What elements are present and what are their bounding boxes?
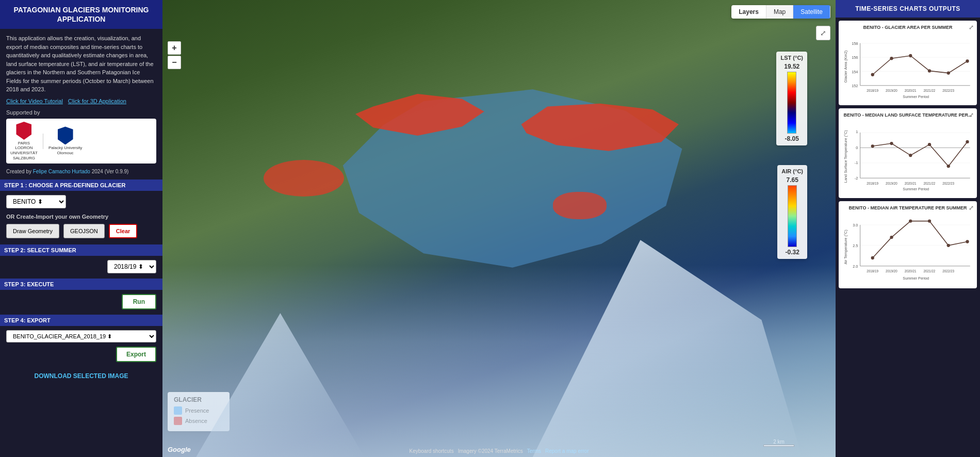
chart-air: ⤢ BENITO - MEDIAN AIR TEMPERATURE PER SU…	[839, 201, 977, 288]
logo-salzburg-text3: UNIVERSITÄT	[10, 151, 38, 156]
air-colorbar	[788, 185, 797, 247]
svg-text:-2: -2	[855, 176, 858, 181]
svg-text:2.0: 2.0	[853, 264, 858, 268]
svg-point-33	[966, 140, 969, 143]
svg-text:2018/19: 2018/19	[867, 89, 878, 92]
app-title-line1: PATAGONIAN GLACIERS MONITORING	[14, 6, 149, 14]
svg-text:0: 0	[856, 145, 858, 150]
lst-value-bottom: -8.05	[785, 135, 799, 142]
svg-text:2019/20: 2019/20	[886, 182, 897, 185]
keyboard-shortcuts-link[interactable]: Keyboard shortcuts	[409, 448, 453, 454]
svg-point-54	[966, 240, 969, 243]
salzburg-shield-icon	[16, 122, 31, 140]
draw-geometry-button[interactable]: Draw Geometry	[6, 224, 59, 238]
svg-point-31	[928, 143, 931, 146]
svg-text:2019/20: 2019/20	[886, 89, 897, 92]
svg-text:2019/20: 2019/20	[886, 269, 897, 273]
map-tab[interactable]: Map	[766, 5, 793, 19]
svg-point-29	[890, 142, 893, 145]
geojson-button[interactable]: GEOJSON	[63, 224, 105, 238]
layers-control: Layers Map Satellite	[731, 5, 830, 19]
svg-text:2021/22: 2021/22	[924, 89, 936, 92]
svg-text:2021/22: 2021/22	[924, 269, 936, 273]
zoom-in-button[interactable]: +	[168, 41, 181, 55]
3d-application-link[interactable]: Click for 3D Application	[68, 98, 126, 104]
svg-text:2018/19: 2018/19	[867, 269, 878, 273]
layers-button[interactable]: Layers	[731, 5, 766, 19]
chart1-point2	[890, 57, 893, 60]
download-link[interactable]: DOWNLOAD SELECTED IMAGE	[6, 368, 156, 384]
summer-select[interactable]: 2018/19 ⬍ 2019/20 2020/21 2021/22 2022/2…	[107, 260, 156, 273]
svg-point-50	[890, 236, 893, 239]
step2-header: STEP 2: SELECT SUMMER	[0, 244, 162, 256]
chart1-y-label: Glacier Area (Km2)	[843, 51, 848, 83]
app-description: This application allows the creation, vi…	[6, 34, 156, 94]
air-title: AIR (°C)	[781, 168, 803, 174]
svg-text:2021/22: 2021/22	[924, 182, 936, 185]
chart1-point6	[966, 59, 969, 62]
chart1-point4	[928, 69, 931, 72]
svg-point-51	[909, 219, 912, 222]
logo-salzburg-text2: LODRON	[15, 145, 32, 151]
app-title-line2: APPLICATION	[57, 15, 106, 23]
logo-palacky: Palacký University Olomouc	[48, 126, 82, 155]
svg-text:152: 152	[852, 84, 858, 88]
export-select[interactable]: BENITO_GLACIER_AREA_2018_19 ⬍ BENITO_LST…	[6, 330, 156, 342]
export-row: Export	[6, 347, 156, 362]
charts-panel-title: TIME-SERIES CHARTS OUTPUTS	[836, 0, 980, 18]
map-container[interactable]: + − Layers Map Satellite ⤢ LST (°C) 19.5…	[162, 0, 836, 457]
google-attribution: Google	[168, 445, 191, 454]
chart2-svg: Land Surface Temperature (°C) -2 -1 0 1	[843, 121, 973, 192]
svg-text:156: 156	[852, 55, 858, 60]
map-satellite	[162, 0, 836, 457]
chart3-expand-icon[interactable]: ⤢	[969, 204, 974, 211]
version-text: 2024 (Ver 0.9.9)	[92, 169, 129, 174]
chart1-expand-icon[interactable]: ⤢	[969, 24, 974, 31]
svg-point-49	[871, 256, 874, 259]
chart-lst: ⤢ BENITO - MEDIAN LAND SURFACE TEMPERATU…	[839, 108, 977, 198]
air-value-top: 7.65	[786, 176, 798, 184]
author-link[interactable]: Felipe Camacho Hurtado	[33, 169, 90, 174]
air-value-bottom: -0.32	[785, 249, 799, 256]
satellite-tab[interactable]: Satellite	[793, 5, 830, 19]
svg-point-52	[928, 219, 931, 222]
svg-text:2020/21: 2020/21	[905, 89, 917, 92]
chart1-point1	[871, 73, 874, 76]
logo-palacky-name: Palacký University	[48, 145, 82, 151]
step3-row: Run	[6, 294, 156, 309]
video-tutorial-link[interactable]: Click for Video Tutorial	[6, 98, 63, 104]
step3-header: STEP 3: EXECUTE	[0, 279, 162, 290]
chart-glacier-area: ⤢ BENITO - GLACIER AREA PER SUMMER Glaci…	[839, 21, 977, 105]
terms-link[interactable]: Terms	[527, 448, 541, 454]
report-link[interactable]: Report a map error	[545, 448, 589, 454]
supported-by-label: Supported by	[6, 109, 156, 116]
chart3-title: BENITO - MEDIAN AIR TEMPERATURE PER SUMM…	[843, 205, 973, 211]
run-button[interactable]: Run	[122, 294, 156, 309]
svg-text:158: 158	[852, 41, 858, 46]
or-create-label: OR Create-Import your own Geometry	[6, 214, 156, 220]
export-button[interactable]: Export	[116, 347, 156, 362]
step2-row: 2018/19 ⬍ 2019/20 2020/21 2021/22 2022/2…	[6, 260, 156, 273]
svg-text:1: 1	[856, 129, 858, 134]
svg-text:2022/23: 2022/23	[942, 182, 954, 185]
svg-text:Land Surface Temperature (°C): Land Surface Temperature (°C)	[843, 130, 848, 183]
logo-salzburg-text4: SALZBURG	[13, 156, 35, 161]
left-panel: PATAGONIAN GLACIERS MONITORING APPLICATI…	[0, 0, 162, 457]
svg-text:2020/21: 2020/21	[905, 269, 917, 273]
lst-title: LST (°C)	[780, 55, 803, 61]
step2-label: STEP 2: SELECT SUMMER	[4, 247, 76, 253]
chart2-expand-icon[interactable]: ⤢	[969, 111, 974, 119]
step4-header: STEP 4: EXPORT	[0, 315, 162, 326]
svg-text:2022/23: 2022/23	[942, 269, 954, 273]
air-legend: AIR (°C) 7.65 -0.32	[777, 165, 807, 259]
map-attribution-row: Keyboard shortcuts Imagery ©2024 TerraMe…	[409, 448, 589, 454]
glacier-select-row: BENITO ⬍ SAN QUINTIN SAN RAFAEL COLONIA …	[6, 195, 156, 208]
glacier-select[interactable]: BENITO ⬍ SAN QUINTIN SAN RAFAEL COLONIA …	[6, 195, 66, 208]
logo-divider	[43, 134, 43, 149]
chart2-title: BENITO - MEDIAN LAND SURFACE TEMPERATURE…	[843, 112, 973, 119]
zoom-out-button[interactable]: −	[168, 56, 181, 69]
clear-button[interactable]: Clear	[109, 224, 138, 238]
lst-legend: LST (°C) 19.52 -8.05	[776, 52, 807, 145]
lst-colorbar	[787, 72, 796, 134]
fullscreen-button[interactable]: ⤢	[816, 26, 830, 40]
